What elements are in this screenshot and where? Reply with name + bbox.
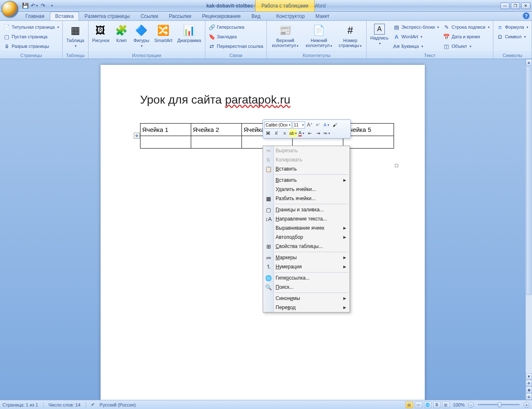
ctx-cell-alignment[interactable]: Выравнивание ячеек▶: [263, 223, 350, 233]
shrink-font-icon[interactable]: A˅: [314, 121, 322, 129]
symbol-button[interactable]: ΩСимвол▾: [495, 32, 530, 41]
bold-icon[interactable]: Ж: [264, 129, 272, 137]
header-button[interactable]: 📰Верхний колонтитул▾: [268, 22, 302, 50]
draft-view-icon[interactable]: ▥: [442, 402, 450, 408]
qat-dropdown-icon[interactable]: ▾: [48, 2, 55, 10]
blank-page-button[interactable]: ▢Пустая страница: [2, 32, 61, 41]
scroll-up-icon[interactable]: ▲: [526, 59, 532, 66]
table-move-handle-icon[interactable]: ✥: [134, 133, 140, 139]
ctx-split-cells[interactable]: ▦Разбить ячейки...: [263, 194, 350, 203]
page-number-button[interactable]: #Номер страницы▾: [336, 22, 365, 50]
next-page-icon[interactable]: ⬙: [526, 393, 532, 400]
ctx-translate[interactable]: Перевод▶: [263, 303, 350, 312]
status-word-count[interactable]: Число слов: 14: [49, 402, 81, 407]
ctx-autofit[interactable]: Автоподбор▶: [263, 233, 350, 242]
prev-page-icon[interactable]: ⬘: [526, 380, 532, 387]
ctx-delete-cells[interactable]: Удалить ячейки...: [263, 185, 350, 194]
bullets-icon[interactable]: ≔▾: [323, 129, 330, 137]
wordart-button[interactable]: AWordArt▾: [392, 32, 441, 41]
quick-parts-button[interactable]: ▤Экспресс-блоки▾: [392, 22, 441, 32]
ctx-lookup[interactable]: 🔍Поиск...: [263, 283, 350, 292]
scroll-thumb[interactable]: [526, 66, 532, 295]
undo-icon[interactable]: ↶▾: [30, 2, 38, 10]
object-button[interactable]: ◫Объект▾: [441, 42, 491, 51]
scroll-down-icon[interactable]: ▼: [526, 373, 532, 380]
mini-font-combo[interactable]: Calibri (Осн▾: [264, 121, 292, 129]
hyperlink-button[interactable]: 🔗Гиперссылка: [207, 22, 265, 32]
table-cell[interactable]: Ячейка 1: [140, 124, 191, 136]
italic-icon[interactable]: К: [273, 129, 280, 137]
tab-page-layout[interactable]: Разметка страницы: [79, 12, 135, 20]
textbox-icon: A: [374, 24, 385, 35]
font-color-icon[interactable]: A▾: [298, 129, 305, 137]
zoom-in-icon[interactable]: +: [524, 402, 530, 408]
tab-table-layout[interactable]: Макет: [310, 12, 335, 20]
status-language[interactable]: Русский (Россия): [100, 402, 136, 407]
tab-references[interactable]: Ссылки: [135, 12, 163, 20]
ctx-insert[interactable]: Вставить▶: [263, 176, 350, 185]
tab-home[interactable]: Главная: [20, 12, 50, 20]
redo-icon[interactable]: ↷: [39, 2, 47, 10]
tab-view[interactable]: Вид: [246, 12, 266, 20]
cross-reference-button[interactable]: ⇄Перекрестная ссылка: [207, 42, 265, 51]
styles-icon[interactable]: A▾: [323, 121, 330, 129]
dropcap-button[interactable]: A≡Буквица▾: [392, 42, 441, 51]
ctx-borders-shading[interactable]: ▢Границы и заливка...: [263, 205, 350, 214]
browse-object-icon[interactable]: ◉: [526, 387, 532, 393]
zoom-slider[interactable]: [478, 404, 520, 405]
tab-insert[interactable]: Вставка: [50, 12, 79, 20]
restore-button[interactable]: ❐: [511, 2, 520, 9]
print-layout-view-icon[interactable]: ▤: [406, 402, 413, 408]
save-icon[interactable]: 💾: [22, 2, 29, 10]
vertical-scrollbar[interactable]: ▲ ▼ ⬘ ◉ ⬙: [525, 59, 532, 400]
zoom-out-icon[interactable]: −: [468, 402, 474, 408]
full-screen-view-icon[interactable]: ▭: [415, 402, 422, 408]
mini-size-combo[interactable]: 11▾: [293, 121, 305, 129]
help-icon[interactable]: ?: [523, 12, 530, 19]
signature-line-button[interactable]: ✎Строка подписи▾: [441, 22, 491, 32]
format-painter-icon[interactable]: 🖌: [331, 121, 338, 129]
ctx-synonyms[interactable]: Синонимы▶: [263, 294, 350, 303]
cover-page-button[interactable]: 📄Титульная страница▾: [2, 22, 61, 32]
zoom-level[interactable]: 100%: [453, 402, 465, 407]
date-time-button[interactable]: 📅Дата и время: [441, 32, 491, 41]
smartart-button[interactable]: 🔀SmartArt: [152, 22, 174, 44]
office-button[interactable]: [2, 1, 18, 17]
ctx-numbering[interactable]: ⒈Нумерация▶: [263, 262, 350, 271]
equation-button[interactable]: πФормула▾: [495, 22, 530, 32]
picture-button[interactable]: 🖼Рисунок: [90, 22, 112, 44]
tab-review[interactable]: Рецензирование: [197, 12, 246, 20]
textbox-button[interactable]: AНадпись▾: [368, 22, 391, 47]
outline-view-icon[interactable]: ≣: [433, 402, 441, 408]
grow-font-icon[interactable]: A˄: [306, 121, 313, 129]
ctx-paste[interactable]: 📋Вставить: [263, 164, 350, 174]
tab-table-design[interactable]: Конструктор: [271, 12, 310, 20]
minimize-button[interactable]: —: [500, 2, 510, 9]
tab-mailings[interactable]: Рассылки: [163, 12, 197, 20]
ctx-table-properties[interactable]: ⊞Свойства таблицы...: [263, 242, 350, 251]
close-button[interactable]: ✕: [521, 2, 530, 9]
proofing-icon[interactable]: ✔: [91, 402, 95, 407]
highlight-icon[interactable]: ab▾: [289, 129, 297, 137]
ctx-bullets[interactable]: ≔Маркеры▶: [263, 253, 350, 262]
center-icon[interactable]: ≡: [281, 129, 288, 137]
table-cell[interactable]: [140, 136, 191, 149]
ctx-text-direction[interactable]: ↕AНаправление текста...: [263, 214, 350, 223]
page-break-button[interactable]: ⤋Разрыв страницы: [2, 42, 61, 51]
table-button[interactable]: ▦ Таблица▾: [64, 22, 86, 50]
table-cell[interactable]: Ячейка 2: [191, 124, 242, 136]
document-page[interactable]: Урок для сайта paratapok.ru ✥ Ячейка 1 Я…: [101, 65, 425, 400]
decrease-indent-icon[interactable]: ⇤: [306, 129, 313, 137]
table-resize-handle-icon[interactable]: [395, 164, 398, 167]
zoom-slider-thumb[interactable]: [498, 402, 501, 407]
bookmark-button[interactable]: 🔖Закладка: [207, 32, 265, 41]
status-page[interactable]: Страница: 1 из 1: [2, 402, 38, 407]
web-layout-view-icon[interactable]: 🌐: [424, 402, 431, 408]
ctx-hyperlink[interactable]: 🌐Гиперссылка...: [263, 273, 350, 283]
clipart-button[interactable]: 🧩Клип: [112, 22, 131, 44]
table-cell[interactable]: [191, 136, 242, 149]
chart-button[interactable]: 📊Диаграмма: [175, 22, 203, 44]
footer-button[interactable]: 📄Нижний колонтитул▾: [303, 22, 335, 50]
increase-indent-icon[interactable]: ⇥: [314, 129, 322, 137]
shapes-button[interactable]: 🔷Фигуры▾: [131, 22, 151, 50]
